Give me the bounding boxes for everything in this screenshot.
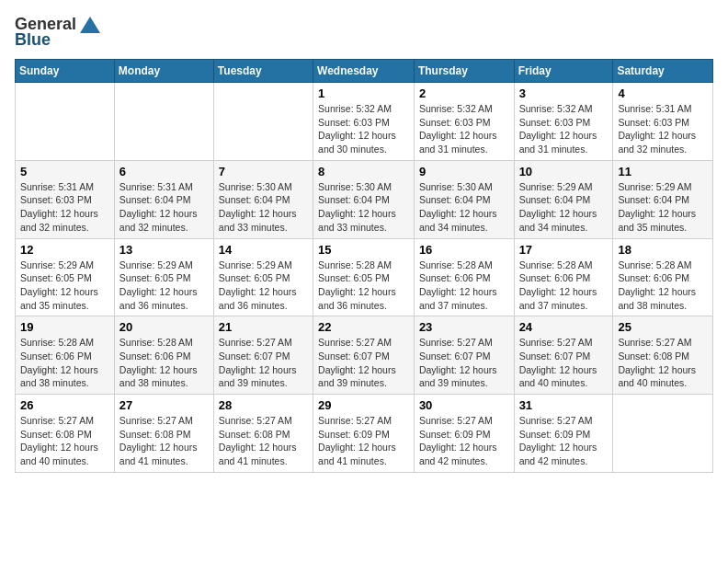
day-info: Sunrise: 5:27 AMSunset: 6:07 PMDaylight:… (219, 336, 308, 390)
day-number: 28 (219, 398, 308, 412)
day-number: 1 (318, 86, 409, 100)
day-info: Sunrise: 5:27 AMSunset: 6:09 PMDaylight:… (318, 414, 409, 468)
calendar-day-cell: 19Sunrise: 5:28 AMSunset: 6:06 PMDayligh… (16, 316, 115, 395)
empty-cell (213, 83, 313, 161)
day-number: 26 (20, 398, 109, 412)
calendar-day-cell: 17Sunrise: 5:28 AMSunset: 6:06 PMDayligh… (514, 238, 613, 316)
day-number: 4 (618, 86, 708, 100)
calendar-day-cell: 7Sunrise: 5:30 AMSunset: 6:04 PMDaylight… (213, 160, 313, 238)
weekday-header-row: SundayMondayTuesdayWednesdayThursdayFrid… (16, 60, 713, 83)
calendar-day-cell: 25Sunrise: 5:27 AMSunset: 6:08 PMDayligh… (613, 316, 713, 395)
day-info: Sunrise: 5:30 AMSunset: 6:04 PMDaylight:… (219, 180, 308, 235)
day-info: Sunrise: 5:27 AMSunset: 6:09 PMDaylight:… (419, 414, 509, 468)
day-number: 3 (519, 86, 609, 100)
day-info: Sunrise: 5:27 AMSunset: 6:07 PMDaylight:… (419, 336, 509, 390)
day-number: 10 (519, 165, 609, 178)
day-info: Sunrise: 5:30 AMSunset: 6:04 PMDaylight:… (419, 180, 509, 235)
day-number: 19 (20, 320, 109, 334)
day-number: 20 (119, 320, 209, 334)
day-info: Sunrise: 5:30 AMSunset: 6:04 PMDaylight:… (318, 180, 409, 235)
calendar-day-cell: 15Sunrise: 5:28 AMSunset: 6:05 PMDayligh… (313, 238, 415, 316)
calendar-day-cell: 26Sunrise: 5:27 AMSunset: 6:08 PMDayligh… (16, 395, 115, 473)
day-info: Sunrise: 5:28 AMSunset: 6:06 PMDaylight:… (119, 336, 209, 390)
day-number: 13 (119, 243, 209, 257)
weekday-header-friday: Friday (514, 60, 613, 83)
day-number: 18 (618, 243, 708, 257)
day-info: Sunrise: 5:28 AMSunset: 6:06 PMDaylight:… (618, 259, 708, 313)
calendar-day-cell: 18Sunrise: 5:28 AMSunset: 6:06 PMDayligh… (613, 238, 713, 316)
day-info: Sunrise: 5:32 AMSunset: 6:03 PMDaylight:… (318, 102, 409, 156)
calendar-day-cell: 13Sunrise: 5:29 AMSunset: 6:05 PMDayligh… (114, 238, 213, 316)
day-info: Sunrise: 5:29 AMSunset: 6:04 PMDaylight:… (519, 180, 609, 235)
day-number: 8 (318, 165, 409, 178)
calendar-day-cell: 1Sunrise: 5:32 AMSunset: 6:03 PMDaylight… (313, 83, 415, 161)
day-info: Sunrise: 5:28 AMSunset: 6:06 PMDaylight:… (20, 336, 109, 390)
day-info: Sunrise: 5:31 AMSunset: 6:03 PMDaylight:… (20, 180, 109, 235)
day-number: 5 (20, 165, 109, 178)
day-number: 11 (618, 165, 708, 178)
calendar-day-cell: 31Sunrise: 5:27 AMSunset: 6:09 PMDayligh… (514, 395, 613, 473)
svg-marker-0 (80, 17, 100, 33)
day-info: Sunrise: 5:29 AMSunset: 6:05 PMDaylight:… (219, 259, 308, 313)
calendar-day-cell: 8Sunrise: 5:30 AMSunset: 6:04 PMDaylight… (313, 160, 415, 238)
day-number: 31 (519, 398, 609, 412)
logo: General Blue (15, 15, 102, 50)
calendar-week-row: 5Sunrise: 5:31 AMSunset: 6:03 PMDaylight… (16, 160, 713, 238)
calendar-day-cell: 28Sunrise: 5:27 AMSunset: 6:08 PMDayligh… (213, 395, 313, 473)
day-info: Sunrise: 5:29 AMSunset: 6:04 PMDaylight:… (618, 180, 708, 235)
weekday-header-sunday: Sunday (16, 60, 115, 83)
day-number: 7 (219, 165, 308, 178)
page-header: General Blue (15, 15, 713, 50)
day-info: Sunrise: 5:29 AMSunset: 6:05 PMDaylight:… (20, 259, 109, 313)
day-number: 21 (219, 320, 308, 334)
day-number: 22 (318, 320, 409, 334)
calendar-day-cell: 5Sunrise: 5:31 AMSunset: 6:03 PMDaylight… (16, 160, 115, 238)
day-info: Sunrise: 5:27 AMSunset: 6:09 PMDaylight:… (519, 414, 609, 468)
weekday-header-saturday: Saturday (613, 60, 713, 83)
calendar-day-cell: 27Sunrise: 5:27 AMSunset: 6:08 PMDayligh… (114, 395, 213, 473)
calendar-day-cell: 9Sunrise: 5:30 AMSunset: 6:04 PMDaylight… (414, 160, 514, 238)
weekday-header-monday: Monday (114, 60, 213, 83)
empty-cell (613, 395, 713, 473)
day-number: 30 (419, 398, 509, 412)
logo-blue-text: Blue (15, 30, 51, 50)
day-number: 15 (318, 243, 409, 257)
day-number: 23 (419, 320, 509, 334)
empty-cell (114, 83, 213, 161)
day-info: Sunrise: 5:31 AMSunset: 6:04 PMDaylight:… (119, 180, 209, 235)
day-info: Sunrise: 5:28 AMSunset: 6:05 PMDaylight:… (318, 259, 409, 313)
day-number: 24 (519, 320, 609, 334)
day-info: Sunrise: 5:27 AMSunset: 6:08 PMDaylight:… (20, 414, 109, 468)
calendar-day-cell: 21Sunrise: 5:27 AMSunset: 6:07 PMDayligh… (213, 316, 313, 395)
calendar-day-cell: 10Sunrise: 5:29 AMSunset: 6:04 PMDayligh… (514, 160, 613, 238)
day-info: Sunrise: 5:27 AMSunset: 6:08 PMDaylight:… (219, 414, 308, 468)
calendar-day-cell: 11Sunrise: 5:29 AMSunset: 6:04 PMDayligh… (613, 160, 713, 238)
calendar-day-cell: 23Sunrise: 5:27 AMSunset: 6:07 PMDayligh… (414, 316, 514, 395)
day-number: 29 (318, 398, 409, 412)
day-info: Sunrise: 5:27 AMSunset: 6:07 PMDaylight:… (318, 336, 409, 390)
day-number: 9 (419, 165, 509, 178)
calendar-day-cell: 6Sunrise: 5:31 AMSunset: 6:04 PMDaylight… (114, 160, 213, 238)
empty-cell (16, 83, 115, 161)
calendar-day-cell: 29Sunrise: 5:27 AMSunset: 6:09 PMDayligh… (313, 395, 415, 473)
calendar-day-cell: 14Sunrise: 5:29 AMSunset: 6:05 PMDayligh… (213, 238, 313, 316)
calendar-week-row: 26Sunrise: 5:27 AMSunset: 6:08 PMDayligh… (16, 395, 713, 473)
day-number: 12 (20, 243, 109, 257)
calendar-day-cell: 4Sunrise: 5:31 AMSunset: 6:03 PMDaylight… (613, 83, 713, 161)
day-info: Sunrise: 5:27 AMSunset: 6:08 PMDaylight:… (119, 414, 209, 468)
day-info: Sunrise: 5:27 AMSunset: 6:07 PMDaylight:… (519, 336, 609, 390)
calendar-week-row: 12Sunrise: 5:29 AMSunset: 6:05 PMDayligh… (16, 238, 713, 316)
day-info: Sunrise: 5:28 AMSunset: 6:06 PMDaylight:… (419, 259, 509, 313)
calendar-day-cell: 16Sunrise: 5:28 AMSunset: 6:06 PMDayligh… (414, 238, 514, 316)
day-number: 27 (119, 398, 209, 412)
day-info: Sunrise: 5:27 AMSunset: 6:08 PMDaylight:… (618, 336, 708, 390)
day-info: Sunrise: 5:29 AMSunset: 6:05 PMDaylight:… (119, 259, 209, 313)
logo-icon (80, 17, 100, 33)
calendar-day-cell: 3Sunrise: 5:32 AMSunset: 6:03 PMDaylight… (514, 83, 613, 161)
calendar-week-row: 1Sunrise: 5:32 AMSunset: 6:03 PMDaylight… (16, 83, 713, 161)
day-info: Sunrise: 5:28 AMSunset: 6:06 PMDaylight:… (519, 259, 609, 313)
calendar-day-cell: 2Sunrise: 5:32 AMSunset: 6:03 PMDaylight… (414, 83, 514, 161)
calendar-table: SundayMondayTuesdayWednesdayThursdayFrid… (15, 59, 713, 473)
calendar-day-cell: 20Sunrise: 5:28 AMSunset: 6:06 PMDayligh… (114, 316, 213, 395)
day-number: 2 (419, 86, 509, 100)
